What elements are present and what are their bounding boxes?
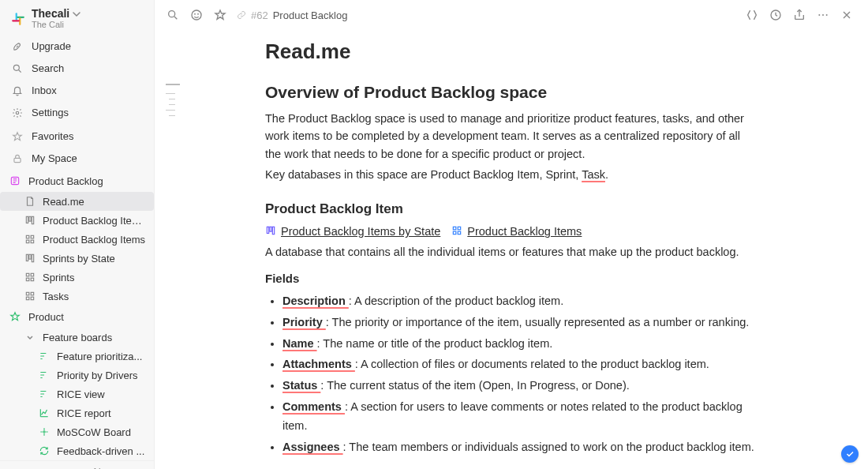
rocket-icon xyxy=(11,40,24,53)
footer-new-space[interactable]: + New Space xyxy=(84,466,144,469)
svg-rect-4 xyxy=(26,217,28,223)
field-desc: : The team members or individuals assign… xyxy=(343,441,754,453)
tree-item[interactable]: Tasks xyxy=(0,287,154,306)
grid-icon xyxy=(24,290,36,302)
heading-pbi: Product Backlog Item xyxy=(265,201,754,217)
grid-icon xyxy=(24,233,36,246)
field-item: Attachments : A collection of files or d… xyxy=(282,355,754,374)
board-icon xyxy=(265,225,276,238)
prio-icon xyxy=(38,388,51,400)
svg-point-1 xyxy=(16,112,19,115)
svg-rect-39 xyxy=(454,231,457,234)
workspace-name: Thecali xyxy=(32,8,69,20)
link-pbi-items[interactable]: Product Backlog Items xyxy=(451,225,582,238)
star-icon xyxy=(11,130,24,143)
tree-item[interactable]: Feature boards xyxy=(0,328,154,347)
workspace-switcher[interactable]: Thecali The Cali xyxy=(0,0,154,34)
svg-point-0 xyxy=(13,66,19,71)
tree-item[interactable]: Product Backlog Item... xyxy=(0,211,154,230)
field-item: Priority : The priority or importance of… xyxy=(282,313,754,332)
expand-icon[interactable] xyxy=(745,8,759,22)
nav-search-label: Search xyxy=(32,61,64,77)
field-item: Name : The name or title of the product … xyxy=(282,334,754,354)
tree-item-label: RICE view xyxy=(57,388,105,400)
nav-myspace[interactable]: My Space xyxy=(0,148,154,170)
sidebar-footer: Templates + New Space xyxy=(0,460,154,469)
tree-item[interactable]: RICE view xyxy=(0,385,154,403)
field-item: Assignees : The team members or individu… xyxy=(282,437,754,457)
tree-item[interactable]: Product Backlog Items xyxy=(0,230,154,249)
tree-item[interactable]: Feature prioritiza... xyxy=(0,347,154,366)
nav-upgrade[interactable]: Upgrade xyxy=(0,36,154,58)
overview-p2-prefix: Key databases in this space are Product … xyxy=(265,168,582,181)
tree-item-label: MoSCoW Board xyxy=(57,426,131,438)
svg-point-22 xyxy=(43,431,45,433)
nav-myspace-label: My Space xyxy=(32,151,77,167)
space-row[interactable]: Product Backlog xyxy=(0,170,154,192)
field-item: Description : A description of the produ… xyxy=(282,291,754,311)
svg-rect-18 xyxy=(26,293,29,296)
field-desc: : The name or title of the product backl… xyxy=(317,337,553,350)
pbi-description: A database that contains all the individ… xyxy=(265,243,754,261)
help-badge[interactable] xyxy=(841,445,859,463)
svg-rect-19 xyxy=(31,293,34,296)
heading-fields: Fields xyxy=(265,272,754,285)
space-row[interactable]: Product xyxy=(0,306,154,328)
field-name: Status xyxy=(282,379,320,392)
doc-icon xyxy=(24,195,36,208)
tree-item[interactable]: Sprints xyxy=(0,268,154,287)
field-desc: : A collection of files or documents rel… xyxy=(355,358,709,370)
nav-inbox-label: Inbox xyxy=(32,83,57,99)
link-icon xyxy=(237,10,246,20)
field-desc: : A section for users to leave comments … xyxy=(282,400,743,433)
nav-inbox[interactable]: Inbox xyxy=(0,80,154,102)
field-name: Attachments xyxy=(282,358,355,370)
svg-rect-36 xyxy=(272,227,274,234)
tree-item[interactable]: MoSCoW Board xyxy=(0,422,154,441)
close-icon[interactable] xyxy=(840,8,854,22)
overview-p2-suffix: . xyxy=(605,168,608,181)
fields-list: Description : A description of the produ… xyxy=(265,291,754,456)
nav-favorites[interactable]: Favorites xyxy=(0,126,154,148)
svg-rect-16 xyxy=(26,279,29,282)
breadcrumb[interactable]: #62 Product Backlog xyxy=(237,9,347,21)
tree-item[interactable]: Read.me xyxy=(0,192,154,211)
field-name: Assignees xyxy=(282,441,343,453)
tree-item[interactable]: Feedback-driven ... xyxy=(0,441,154,460)
svg-rect-10 xyxy=(31,241,34,244)
nav-upgrade-label: Upgrade xyxy=(32,39,71,54)
field-name: Description xyxy=(282,295,349,307)
grid-icon xyxy=(451,225,462,238)
svg-rect-15 xyxy=(31,274,34,277)
sidebar: Thecali The Cali Upgrade Search Inbox xyxy=(0,0,155,469)
space-name: Product Backlog xyxy=(28,175,103,187)
tree-item[interactable]: RICE report xyxy=(0,403,154,422)
svg-rect-40 xyxy=(458,231,461,234)
svg-rect-8 xyxy=(31,236,34,239)
search-icon[interactable] xyxy=(166,8,180,22)
nav-settings[interactable]: Settings xyxy=(0,102,154,124)
field-name: Name xyxy=(282,337,317,350)
svg-rect-5 xyxy=(29,217,31,222)
gear-icon xyxy=(11,107,24,119)
tree-item[interactable]: Priority by Drivers xyxy=(0,366,154,385)
link-pbi-by-state[interactable]: Product Backlog Items by State xyxy=(265,225,440,238)
field-name: Comments xyxy=(282,400,345,413)
history-icon[interactable] xyxy=(769,8,783,22)
emoji-icon[interactable] xyxy=(189,8,204,22)
prio-icon xyxy=(38,369,51,381)
overview-p2-task: Task xyxy=(582,168,605,181)
bell-icon xyxy=(11,84,24,97)
more-icon[interactable] xyxy=(816,8,830,22)
nav-search[interactable]: Search xyxy=(0,58,154,80)
svg-point-28 xyxy=(192,10,201,20)
tree-item-label: Priority by Drivers xyxy=(57,370,138,381)
link-pbi-items-label: Product Backlog Items xyxy=(467,225,582,238)
star-icon[interactable] xyxy=(213,8,227,22)
workspace-logo-icon xyxy=(11,12,25,26)
search-icon xyxy=(11,62,24,75)
share-icon[interactable] xyxy=(792,8,806,22)
tree-item-label: Feature prioritiza... xyxy=(57,351,142,362)
workspace-subtitle: The Cali xyxy=(32,20,80,29)
tree-item[interactable]: Sprints by State xyxy=(0,249,154,268)
